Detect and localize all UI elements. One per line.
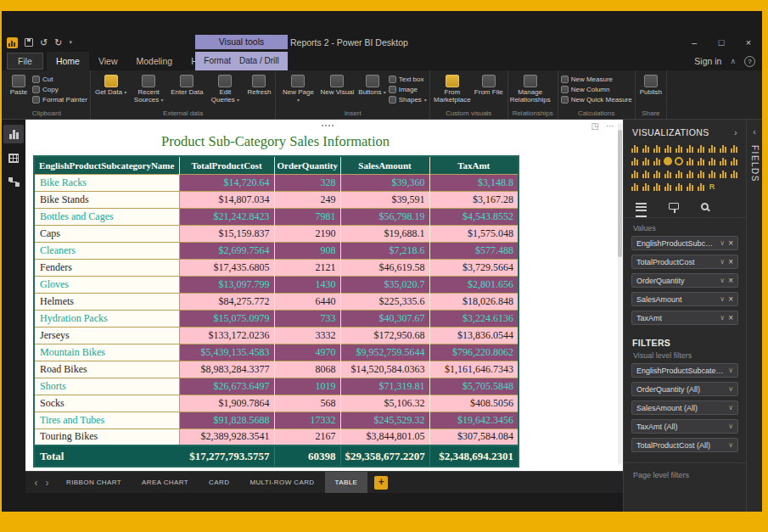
order-quantity-cell[interactable]: 7981 bbox=[274, 208, 340, 225]
enter-data-button[interactable]: Enter Data bbox=[169, 73, 205, 109]
chevron-down-icon[interactable]: ∨ bbox=[725, 367, 733, 374]
total-product-cost-cell[interactable]: $21,242.8423 bbox=[179, 208, 274, 225]
minimize-button[interactable]: – bbox=[681, 33, 708, 52]
total-product-cost-cell[interactable]: $26,673.6497 bbox=[179, 378, 274, 395]
text-box-button[interactable]: Text box bbox=[389, 76, 427, 83]
custom-visual-icon-4[interactable] bbox=[653, 182, 661, 191]
tab-home[interactable]: Home bbox=[47, 52, 89, 70]
tax-amt-cell[interactable]: $19,642.3456 bbox=[429, 412, 519, 428]
copy-button[interactable]: Copy bbox=[32, 86, 87, 93]
chevron-down-icon[interactable]: ∨ bbox=[716, 258, 725, 266]
new-quick-measure-button[interactable]: New Quick Measure bbox=[561, 96, 632, 104]
save-icon[interactable] bbox=[25, 38, 33, 47]
tax-amt-cell[interactable]: $307,584.084 bbox=[429, 428, 519, 445]
sales-amount-cell[interactable]: $35,020.7 bbox=[340, 276, 429, 293]
column-header[interactable]: OrderQuantity bbox=[274, 156, 340, 174]
total-product-cost-cell[interactable]: $1,909.7864 bbox=[179, 395, 274, 412]
clustered-bar-chart-icon[interactable] bbox=[653, 144, 661, 153]
subcategory-cell[interactable]: Cleaners bbox=[34, 242, 179, 259]
sign-in-link[interactable]: Sign in bbox=[694, 56, 721, 66]
cut-button[interactable]: Cut bbox=[32, 76, 87, 83]
publish-button[interactable]: Publish bbox=[638, 73, 664, 109]
filter-pill[interactable]: EnglishProductSubcategoryNa... ∨ bbox=[631, 363, 738, 378]
sales-amount-cell[interactable]: $7,218.6 bbox=[340, 242, 429, 259]
subcategory-cell[interactable]: Mountain Bikes bbox=[34, 344, 179, 361]
total-product-cost-cell[interactable]: $14,720.64 bbox=[179, 174, 274, 191]
table-row[interactable]: Fenders $17,435.6805 2121 $46,619.58 $3,… bbox=[34, 259, 519, 276]
total-product-cost-cell[interactable]: $2,389,928.3541 bbox=[179, 428, 274, 445]
order-quantity-cell[interactable]: 2167 bbox=[274, 428, 340, 445]
help-icon[interactable]: ? bbox=[744, 56, 755, 67]
filled-map-icon[interactable] bbox=[719, 157, 727, 165]
total-product-cost-cell[interactable]: $2,699.7564 bbox=[179, 242, 274, 259]
order-quantity-cell[interactable]: 3332 bbox=[274, 327, 340, 344]
column-header[interactable]: TaxAmt bbox=[429, 156, 519, 174]
page-tab[interactable]: RIBBON CHART bbox=[56, 472, 132, 493]
waterfall-chart-icon[interactable] bbox=[653, 157, 661, 165]
recent-sources-button[interactable]: Recent Sources ▾ bbox=[129, 73, 168, 109]
sales-amount-cell[interactable]: $71,319.81 bbox=[340, 378, 429, 395]
visual-drag-handle-icon[interactable] bbox=[321, 124, 334, 127]
order-quantity-cell[interactable]: 4970 bbox=[274, 344, 340, 361]
subcategory-cell[interactable]: Bottles and Cages bbox=[34, 208, 179, 225]
add-page-button[interactable]: + bbox=[374, 476, 388, 490]
100-stacked-bar-chart-icon[interactable] bbox=[675, 144, 683, 153]
table-row[interactable]: Bottles and Cages $21,242.8423 7981 $56,… bbox=[34, 208, 519, 225]
total-product-cost-cell[interactable]: $133,172.0236 bbox=[179, 327, 274, 344]
collapse-pane-chevron-icon[interactable]: › bbox=[734, 127, 737, 137]
chevron-down-icon[interactable]: ∨ bbox=[725, 423, 733, 430]
shape-map-icon[interactable] bbox=[730, 157, 738, 165]
custom-visual-icon-3[interactable] bbox=[642, 182, 650, 191]
model-view-button[interactable] bbox=[3, 172, 24, 191]
table-row[interactable]: Socks $1,909.7864 568 $5,106.32 $408.505… bbox=[34, 395, 519, 412]
table-row[interactable]: Caps $15,159.837 2190 $19,688.1 $1,575.0… bbox=[34, 225, 519, 242]
tab-fields-well[interactable] bbox=[636, 203, 647, 217]
sales-amount-cell[interactable]: $172,950.68 bbox=[340, 327, 429, 344]
new-column-button[interactable]: New Column bbox=[561, 86, 632, 93]
collapse-ribbon-icon[interactable]: ∧ bbox=[730, 57, 736, 65]
sales-amount-cell[interactable]: $14,520,584.0363 bbox=[340, 361, 429, 378]
line-and-stacked-column-chart-icon[interactable] bbox=[730, 144, 738, 153]
subcategory-cell[interactable]: Helmets bbox=[34, 293, 179, 310]
filter-pill[interactable]: OrderQuantity (All) ∨ bbox=[631, 382, 738, 396]
table-row[interactable]: Bike Racks $14,720.64 328 $39,360 $3,148… bbox=[34, 174, 519, 191]
table-row[interactable]: Road Bikes $8,983,284.3377 8068 $14,520,… bbox=[34, 361, 519, 378]
page-tab[interactable]: AREA CHART bbox=[132, 472, 199, 493]
map-icon[interactable] bbox=[708, 157, 716, 165]
100-stacked-column-chart-icon[interactable] bbox=[686, 144, 694, 153]
table-row[interactable]: Shorts $26,673.6497 1019 $71,319.81 $5,7… bbox=[34, 378, 519, 395]
order-quantity-cell[interactable]: 1019 bbox=[274, 378, 340, 395]
table-row[interactable]: Helmets $84,275.772 6440 $225,335.6 $18,… bbox=[34, 293, 519, 310]
new-measure-button[interactable]: New Measure bbox=[561, 76, 632, 83]
total-product-cost-cell[interactable]: $8,983,284.3377 bbox=[179, 361, 274, 378]
chevron-down-icon[interactable]: ∨ bbox=[716, 314, 725, 322]
line-chart-icon[interactable] bbox=[697, 144, 705, 153]
r-script-visual-icon[interactable]: R bbox=[708, 182, 716, 191]
table-visual[interactable]: EnglishProductSubcategoryName TotalProdu… bbox=[33, 155, 519, 468]
data-view-button[interactable] bbox=[3, 148, 24, 167]
chevron-down-icon[interactable]: ∨ bbox=[716, 295, 725, 303]
tax-amt-cell[interactable]: $4,543.8552 bbox=[429, 208, 519, 225]
next-page-arrow-icon[interactable]: › bbox=[42, 477, 53, 489]
filter-pill[interactable]: TaxAmt (All) ∨ bbox=[631, 419, 738, 434]
table-row[interactable]: Cleaners $2,699.7564 908 $7,218.6 $577.4… bbox=[34, 242, 519, 259]
tab-analytics[interactable] bbox=[701, 203, 709, 217]
scrollbar-thumb[interactable] bbox=[618, 130, 622, 257]
slicer-icon[interactable] bbox=[686, 170, 694, 178]
sales-amount-cell[interactable]: $3,844,801.05 bbox=[340, 428, 429, 445]
sales-amount-cell[interactable]: $39,360 bbox=[340, 174, 429, 191]
get-data-button[interactable]: Get Data ▾ bbox=[93, 73, 128, 109]
sales-amount-cell[interactable]: $19,688.1 bbox=[340, 225, 429, 242]
custom-visual-icon-8[interactable] bbox=[697, 182, 705, 191]
chevron-down-icon[interactable]: ∨ bbox=[725, 441, 733, 449]
order-quantity-cell[interactable]: 2121 bbox=[274, 259, 340, 276]
table-row[interactable]: Bike Stands $14,807.034 249 $39,591 $3,1… bbox=[34, 191, 519, 208]
remove-field-icon[interactable]: × bbox=[728, 276, 733, 285]
remove-field-icon[interactable]: × bbox=[728, 238, 733, 248]
subcategory-cell[interactable]: Tires and Tubes bbox=[34, 412, 179, 428]
tax-amt-cell[interactable]: $3,729.5664 bbox=[429, 259, 519, 276]
sales-amount-cell[interactable]: $5,106.32 bbox=[340, 395, 429, 412]
scatter-chart-icon[interactable] bbox=[664, 157, 672, 165]
custom-visual-icon-6[interactable] bbox=[675, 182, 683, 191]
table-row[interactable]: Touring Bikes $2,389,928.3541 2167 $3,84… bbox=[34, 428, 519, 445]
